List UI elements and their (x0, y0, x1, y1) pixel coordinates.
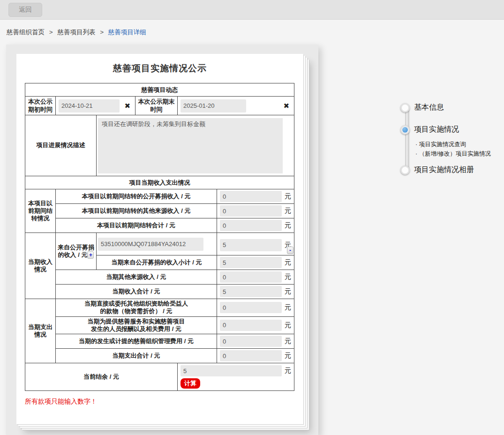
unit-label: 元 (282, 352, 294, 360)
donation-amount-input[interactable] (220, 239, 282, 251)
expense-staff-label: 当期为提供慈善服务和实施慈善项目 发生的人员报酬以及相关费用 / 元 (56, 316, 217, 334)
income-subtotal-label: 当期来自公开募捐的收入小计 / 元 (97, 255, 217, 270)
sub-item-implementation-edit[interactable]: · （新增/修改）项目实施情况 (415, 149, 491, 158)
income-other-label: 当期其他来源收入 / 元 (56, 270, 217, 285)
unit-label: 元 (282, 273, 294, 281)
carryover-other-label: 本项目以前期间结转的其他来源收入 / 元 (56, 204, 217, 218)
breadcrumb: 慈善组织首页 > 慈善项目列表 > 慈善项目详细 (7, 28, 146, 37)
unit-label: 元 (282, 207, 294, 215)
breadcrumb-project-list[interactable]: 慈善项目列表 (57, 29, 95, 36)
progress-label: 项目进展情况描述 (25, 115, 97, 176)
unit-label: 元 (282, 258, 294, 267)
income-total-label: 当期收入合计 / 元 (56, 285, 217, 299)
step-basic-info[interactable]: 基本信息 (400, 103, 444, 112)
unit-label: 元 (282, 321, 294, 330)
step-sub-items: · 项目实施情况查询 · （新增/修改）项目实施情况 (415, 140, 491, 158)
section-header-income-expense: 项目当期收入支出情况 (25, 176, 294, 189)
expense-staff-input[interactable] (220, 320, 282, 331)
warning-text: 所有款项只能输入数字！ (25, 398, 303, 406)
expense-admin-label: 当期的发生或计提的慈善组织管理费用 / 元 (56, 334, 217, 349)
income-subtotal-input[interactable] (220, 257, 282, 268)
step-circle-icon (400, 125, 410, 135)
unit-label: 元 (282, 337, 294, 345)
expense-total-input[interactable] (220, 350, 282, 361)
expense-admin-input[interactable] (220, 336, 282, 347)
unit-label: 元 (282, 287, 294, 296)
step-circle-icon (400, 165, 410, 175)
income-total-input[interactable] (220, 286, 282, 297)
expense-beneficiary-input[interactable] (220, 302, 282, 313)
step-label: 项目实施情况 (414, 125, 459, 135)
step-implementation[interactable]: 项目实施情况 (400, 125, 459, 135)
stepper-line (405, 108, 409, 171)
period-start-label: 本次公示期初时间 (25, 97, 56, 115)
expense-total-label: 当期支出合计 / 元 (56, 349, 217, 363)
calculate-button[interactable]: 计算 (181, 378, 200, 389)
balance-input[interactable] (181, 365, 282, 376)
period-start-input[interactable] (59, 99, 120, 112)
page: 返回 慈善组织首页 > 慈善项目列表 > 慈善项目详细 慈善项目实施情况公示 慈… (0, 0, 504, 435)
carryover-public-input[interactable] (220, 191, 282, 202)
expense-group-label: 当期支出情况 (25, 299, 56, 363)
stepper: 基本信息 项目实施情况 · 项目实施情况查询 · （新增/修改）项目实施情况 项… (397, 0, 504, 435)
period-end-clear-icon[interactable]: ✖ (281, 102, 291, 110)
period-start-clear-icon[interactable]: ✖ (122, 102, 132, 110)
carryover-other-input[interactable] (220, 205, 282, 217)
publicity-table: 慈善项目动态 本次公示期初时间 ✖ 本次公示期末时间 ✖ (25, 83, 294, 391)
unit-label: 元 (282, 192, 294, 201)
publicity-form: 慈善项目实施情况公示 慈善项目动态 本次公示期初时间 ✖ 本次公示期末时 (16, 54, 303, 424)
breadcrumb-separator: > (49, 29, 53, 36)
breadcrumb-project-detail[interactable]: 慈善项目详细 (108, 29, 146, 36)
balance-label: 当前结余 / 元 (25, 363, 178, 391)
carryover-group-label: 本项目以前期间结转情况 (25, 189, 56, 233)
breadcrumb-home[interactable]: 慈善组织首页 (7, 29, 45, 36)
unit-label: 元 (282, 367, 294, 375)
back-button[interactable]: 返回 (8, 3, 42, 17)
expense-beneficiary-label: 当期直接或委托其他组织资助给受益人 的款物（物资需折价） / 元 (56, 299, 217, 317)
unit-label: 元 (282, 303, 294, 312)
page-title: 慈善项目实施情况公示 (16, 62, 303, 75)
carryover-public-label: 本项目以前期间结转的公开募捐收入 / 元 (56, 189, 217, 204)
income-group-label: 当期收入情况 (25, 233, 56, 299)
income-public-label: 来自公开募捐的收入 / 元+ (56, 233, 97, 270)
sub-item-implementation-query[interactable]: · 项目实施情况查询 (415, 140, 491, 149)
step-circle-icon (400, 103, 410, 112)
remove-donation-minus-icon[interactable]: - (287, 247, 293, 254)
unit-label: 元 (282, 221, 294, 230)
step-label: 基本信息 (414, 103, 444, 112)
step-label: 项目实施情况相册 (414, 165, 474, 175)
carryover-total-label: 本项目以前期间结转合计 / 元 (56, 218, 217, 233)
section-header-dynamics: 慈善项目动态 (25, 83, 294, 97)
income-other-input[interactable] (220, 271, 282, 283)
period-end-label: 本次公示期末时间 (135, 97, 178, 115)
carryover-total-input[interactable] (220, 220, 282, 231)
add-donation-plus-icon[interactable]: + (87, 251, 94, 259)
progress-textarea[interactable]: 项目还在调研阶段，未筹集到目标金额 (98, 118, 283, 173)
donation-org-code-input[interactable] (98, 238, 203, 251)
breadcrumb-separator: > (100, 29, 104, 36)
step-implementation-album[interactable]: 项目实施情况相册 (400, 165, 474, 175)
period-end-input[interactable] (181, 99, 246, 112)
